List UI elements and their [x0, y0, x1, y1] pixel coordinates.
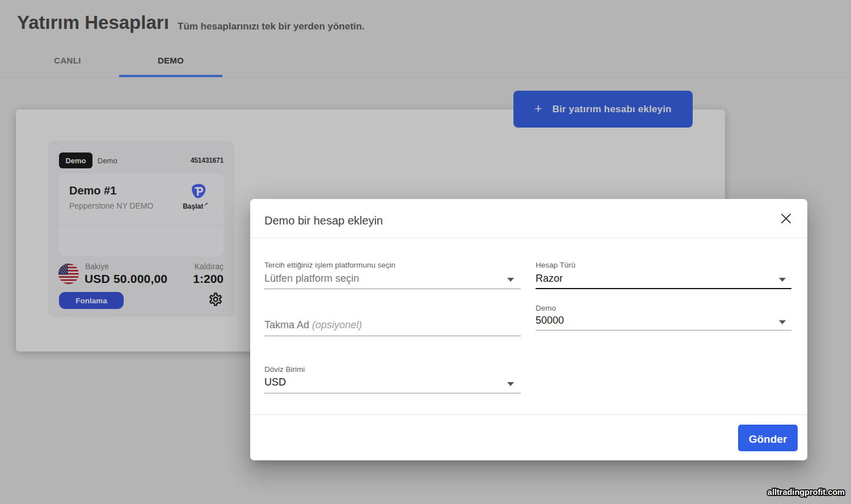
svg-text:alltradingprofit.com: alltradingprofit.com — [768, 488, 845, 497]
